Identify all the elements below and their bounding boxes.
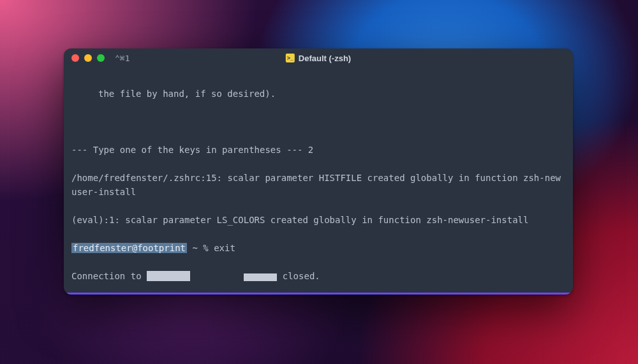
terminal-icon: >_ — [286, 54, 295, 62]
traffic-lights — [71, 54, 105, 62]
output-line: Connection to closed. — [71, 269, 565, 283]
terminal-content[interactable]: the file by hand, if so desired). --- Ty… — [64, 68, 573, 295]
minimize-button[interactable] — [84, 54, 92, 62]
redacted-text — [147, 271, 190, 281]
command-text: ~ % exit — [187, 243, 235, 253]
window-titlebar[interactable]: ⌃⌘1 >_ Default (-zsh) — [64, 48, 573, 68]
output-line: (eval):1: scalar parameter LS_COLORS cre… — [71, 213, 565, 227]
close-button[interactable] — [71, 54, 79, 62]
output-line: --- Type one of the keys in parentheses … — [71, 143, 565, 157]
maximize-button[interactable] — [97, 54, 105, 62]
window-title: >_ Default (-zsh) — [286, 54, 351, 63]
redacted-text — [244, 273, 277, 281]
prompt-line: fredfenster@footprint ~ % exit — [71, 241, 565, 255]
terminal-window: ⌃⌘1 >_ Default (-zsh) the file by hand, … — [64, 48, 573, 295]
output-line: the file by hand, if so desired). — [71, 87, 565, 101]
prompt-user-host: fredfenster@footprint — [71, 243, 187, 253]
tab-shortcut-label: ⌃⌘1 — [115, 54, 130, 63]
output-line: /home/fredfenster/.zshrc:15: scalar para… — [71, 171, 565, 199]
window-title-text: Default (-zsh) — [299, 54, 351, 63]
output-line — [71, 115, 565, 129]
